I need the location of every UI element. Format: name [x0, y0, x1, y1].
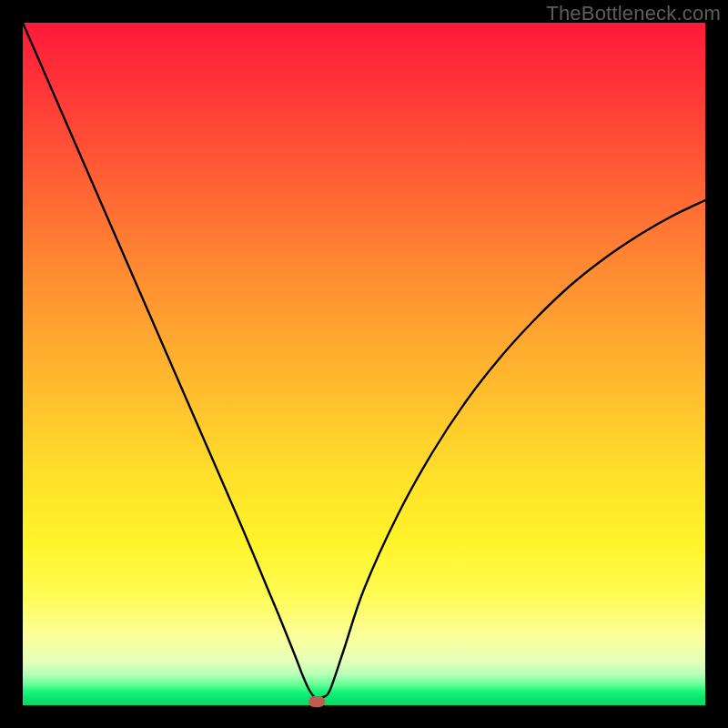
optimum-marker	[308, 696, 325, 707]
chart-frame: TheBottleneck.com	[0, 0, 728, 728]
chart-plot-area	[23, 23, 705, 705]
bottleneck-curve	[23, 23, 705, 705]
watermark-text: TheBottleneck.com	[546, 2, 721, 25]
